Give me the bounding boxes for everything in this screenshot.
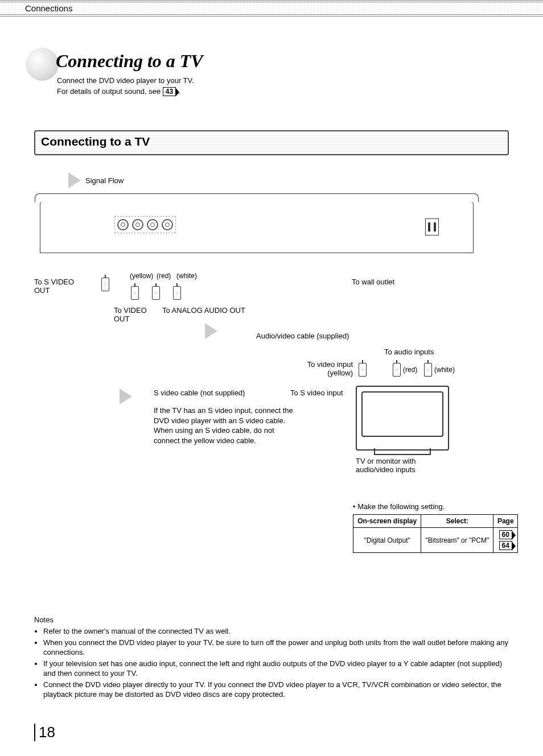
svideo-jack-icon: [117, 219, 129, 230]
plug-video-in-icon: [359, 363, 367, 377]
video-jack-icon: [132, 219, 143, 230]
arrow-icon: [205, 323, 217, 339]
settings-table: On-screen display Select: Page "Digital …: [353, 514, 518, 553]
page-title: Connecting to a TV: [56, 51, 509, 72]
signal-flow-label: Signal Flow: [85, 176, 124, 185]
label-svideo-cable: S video cable (not supplied): [154, 389, 245, 397]
tv-icon: [356, 386, 449, 451]
tv-stand-icon: [374, 448, 431, 455]
plug-yellow-icon: [131, 286, 139, 300]
arrow-icon: [68, 172, 81, 188]
label-red-top: (red): [157, 272, 171, 280]
tv-caption: TV or monitor with audio/video inputs: [356, 457, 452, 474]
settings-th-select: Select:: [421, 515, 493, 528]
signal-flow-legend: Signal Flow: [68, 172, 124, 188]
plug-svideo-icon: [101, 278, 109, 291]
section-heading: Connecting to a TV: [34, 130, 509, 155]
audio-r-jack-icon: [162, 219, 173, 230]
page-ref-43: 43: [163, 87, 176, 96]
notes-heading: Notes: [34, 615, 509, 624]
settings-td-page: 60 64: [493, 528, 518, 553]
plug-white-icon: [173, 286, 181, 300]
settings-intro: • Make the following setting.: [353, 502, 518, 511]
page-ref-60: 60: [499, 530, 512, 539]
dvd-player-outline: [40, 201, 474, 253]
label-svideo-input: To S video input: [290, 389, 343, 397]
rear-ports: [114, 216, 176, 233]
label-analog-audio: To ANALOG AUDIO OUT: [162, 306, 245, 315]
label-svideo-out: To S VIDEO OUT: [34, 278, 91, 295]
settings-th-page: Page: [493, 515, 518, 528]
note-item: Refer to the owner's manual of the conne…: [43, 626, 509, 637]
label-wall: To wall outlet: [352, 278, 394, 286]
label-video-out: To VIDEO OUT: [114, 306, 159, 323]
label-white-top: (white): [176, 272, 197, 280]
settings-th-display: On-screen display: [353, 515, 421, 528]
label-video-input: To video input (yellow): [290, 360, 353, 377]
intro-line-2a: For details of output sound, see: [57, 87, 163, 96]
plug-white-in-icon: [424, 363, 432, 377]
connection-diagram: Signal Flow To S VIDEO OUT (yellow) (red…: [34, 167, 509, 485]
label-audio-inputs: To audio inputs: [384, 348, 434, 356]
settings-td-select: "Bitstream" or "PCM": [421, 528, 493, 553]
label-video-input-a: To video input: [307, 360, 353, 369]
page-ref-64: 64: [499, 541, 512, 550]
settings-intro-text: Make the following setting.: [357, 502, 445, 511]
label-red-bottom: (red): [403, 366, 417, 374]
audio-l-jack-icon: [147, 219, 158, 230]
decorative-sphere: [26, 48, 59, 81]
label-yellow-top: (yellow): [130, 272, 153, 280]
label-white-bottom: (white): [434, 366, 455, 374]
note-item: When you connect the DVD video player to…: [43, 638, 509, 658]
tv-screen-icon: [361, 391, 443, 437]
power-inlet-icon: [425, 218, 439, 236]
settings-block: • Make the following setting. On-screen …: [353, 502, 518, 553]
note-item: If your television set has one audio inp…: [43, 659, 509, 679]
av-flow-arrow: [205, 323, 217, 339]
notes-list: Refer to the owner's manual of the conne…: [34, 626, 509, 700]
plug-red-icon: [152, 286, 160, 300]
svideo-note: If the TV has an S video input, connect …: [154, 406, 296, 445]
intro-line-2: For details of output sound, see 43 .: [57, 87, 509, 96]
notes-section: Notes Refer to the owner's manual of the…: [34, 615, 509, 700]
label-video-input-b: (yellow): [327, 369, 353, 377]
intro-line-1: Connect the DVD video player to your TV.: [57, 76, 509, 85]
note-item: Connect the DVD video player directly to…: [43, 680, 509, 700]
page-number: 18: [34, 724, 55, 741]
settings-td-display: "Digital Output": [353, 528, 421, 553]
section-tab: Connections: [0, 0, 543, 16]
svideo-flow-arrow: [120, 389, 132, 404]
plug-red-in-icon: [393, 363, 401, 377]
label-av-cable: Audio/video cable (supplied): [256, 332, 349, 340]
arrow-icon: [120, 389, 132, 404]
